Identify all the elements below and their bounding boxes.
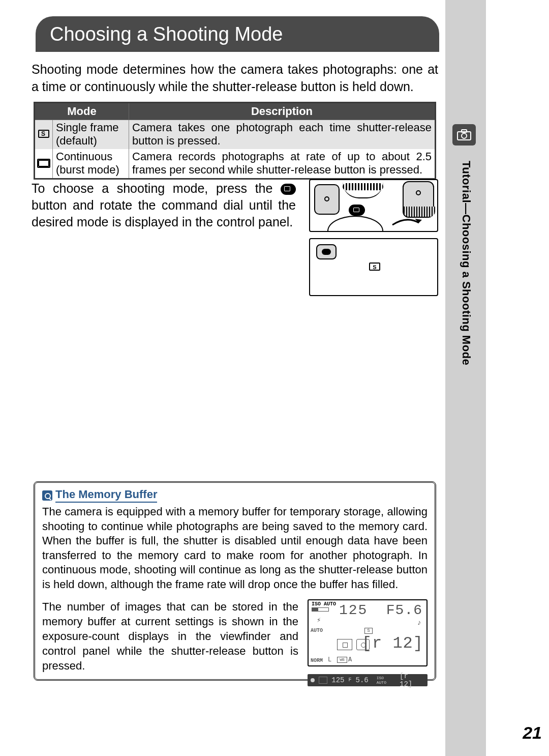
shooting-mode-button-icon [316,244,337,259]
vf-shutter: 125 [331,676,344,684]
th-desc: Description [129,103,436,120]
vf-iso: ISO AUTO [377,676,395,685]
lcd-wb-mode: A [348,656,352,663]
lcd-auto: AUTO [311,628,323,633]
vf-buffer-count: [r 12] [400,672,424,688]
camera-diagram: S [309,179,438,298]
intro-paragraph: Shooting mode determines how the camera … [32,61,438,96]
shooting-mode-button-icon [349,205,365,216]
vf-aperture: 5.6 [356,676,369,684]
vf-aperture-prefix: F [349,677,352,683]
side-margin: Tutorial—Choosing a Shooting Mode [445,0,486,756]
mode-name: Continuous (burst mode) [53,149,129,179]
lcd-wb-label: WB [337,657,347,663]
camera-top-view [309,179,438,232]
sidebar-section-label: Tutorial—Choosing a Shooting Mode [460,161,473,365]
lcd-iso: ISO AUTO [312,601,336,607]
lcd-quality: NORM [311,658,323,663]
lcd-buffer-count: [r 12] [362,634,423,653]
svg-rect-1 [462,130,467,132]
mode-icon-single [35,120,53,149]
table-row: Single frame (default) Camera takes one … [35,120,436,149]
lcd-size: L [328,656,331,663]
page-number: 21 [523,723,542,743]
mode-desc: Camera records photographs at rate of up… [129,149,436,179]
table-row: Continuous (burst mode) Camera records p… [35,149,436,179]
camera-tab-icon [452,124,476,146]
note-title: The Memory Buffer [55,488,157,503]
rotate-arrow-icon [391,218,422,227]
lcd-mode-indicator: S [364,628,373,634]
lcd-battery-icon [312,607,329,612]
section-header: Choosing a Shooting Mode [36,16,439,52]
lcd-af-icon [337,639,352,650]
lcd-panel-illustration: ISO AUTO 125 F5.6 ⚡ ♪ AUTO S [r 12] NORM… [308,599,428,666]
instruction-paragraph: To choose a shooting mode, press the but… [32,180,296,230]
lcd-aperture: F5.6 [386,602,422,618]
command-dial-icon [403,181,434,218]
svg-point-2 [462,133,467,138]
mode-indicator: S [369,263,380,271]
magnifier-icon [42,490,52,501]
mode-desc: Camera takes one photograph each time sh… [129,120,436,149]
lcd-flash-icon: ⚡ [317,616,321,624]
vf-af-area-icon [319,677,328,684]
note-paragraph-1: The camera is equipped with a memory buf… [42,505,428,592]
vf-focus-dot-icon [311,678,315,682]
memory-buffer-note: The Memory Buffer The camera is equipped… [34,481,436,681]
viewfinder-display: 125 F5.6 ISO AUTO [r 12] [308,674,428,686]
th-mode: Mode [35,103,129,120]
mode-name: Single frame (default) [53,120,129,149]
note-paragraph-2: The number of images that can be stored … [42,599,298,673]
shooting-mode-button-icon [281,184,296,195]
lcd-shutter: 125 [339,602,368,618]
section-title: Choosing a Shooting Mode [50,23,283,45]
control-panel-lcd: S [309,238,438,296]
mode-table: Mode Description Single frame (default) … [34,102,436,180]
mode-icon-continuous [35,149,53,179]
lcd-beep-icon: ♪ [417,619,421,627]
